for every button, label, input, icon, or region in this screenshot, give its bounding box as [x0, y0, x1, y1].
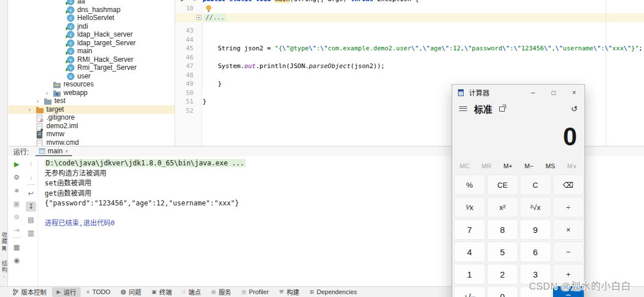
- calc-key-%[interactable]: %: [454, 175, 485, 195]
- tree-item-user[interactable]: cuser: [9, 72, 175, 81]
- calc-key-+/−[interactable]: +/−: [454, 286, 485, 297]
- folded-code-placeholder[interactable]: //...: [204, 14, 226, 22]
- calc-key-x²[interactable]: x²: [487, 197, 519, 217]
- memory-button-M−[interactable]: M−: [524, 163, 534, 170]
- calc-key-7[interactable]: 7: [454, 219, 485, 240]
- down-icon[interactable]: ↓: [26, 172, 36, 183]
- bottom-tab-dependencies[interactable]: ⊞Dependencies: [305, 287, 362, 297]
- calc-key-=[interactable]: =: [553, 286, 584, 297]
- calc-key-+[interactable]: +: [553, 264, 584, 284]
- bottom-tab-services[interactable]: ◎服务: [207, 287, 236, 297]
- stop-icon[interactable]: ■: [11, 185, 22, 196]
- tree-item-mvnw.cmd[interactable]: mvnw.cmd: [9, 138, 175, 146]
- bottom-tab-branch[interactable]: 版本控制: [8, 287, 51, 297]
- calc-key-⌫[interactable]: ⌫: [553, 175, 584, 195]
- run-gutter-icon[interactable]: [181, 0, 185, 2]
- calc-key-5[interactable]: 5: [487, 241, 519, 262]
- tree-item-RMI_Hack_Server[interactable]: cRMI_Hack_Server: [9, 56, 175, 64]
- memory-button-MS[interactable]: MS: [546, 163, 555, 170]
- problems-icon: !: [121, 290, 126, 295]
- bottom-tab-todo[interactable]: ≡TODO: [82, 287, 115, 297]
- tree-item-aa[interactable]: caa: [9, 0, 175, 6]
- calc-key-9[interactable]: 9: [520, 219, 551, 240]
- minimize-button[interactable]: –: [523, 85, 543, 100]
- tree-item-jndi[interactable]: cjndi: [9, 22, 175, 31]
- line-number: 49: [186, 80, 193, 88]
- line-number: 45: [186, 44, 193, 53]
- coverage-icon[interactable]: ⊚: [11, 212, 22, 222]
- tree-item-label: mvnw.cmd: [46, 138, 79, 146]
- fold-expand-icon[interactable]: +: [196, 15, 202, 20]
- calc-key-1[interactable]: 1: [454, 264, 485, 284]
- tree-item-ldap_target_Server[interactable]: cldap_target_Server: [9, 39, 175, 47]
- tree-item-webapp[interactable]: ›webapp: [9, 89, 175, 97]
- bottom-tab-label: 端点: [188, 287, 201, 296]
- history-icon[interactable]: ↺: [571, 104, 578, 113]
- calc-key-8[interactable]: 8: [487, 219, 519, 240]
- tree-item-Rmi_Target_Server[interactable]: cRmi_Target_Server: [9, 64, 175, 72]
- tree-item-mvnw[interactable]: mvnw: [9, 130, 175, 138]
- calc-key-−[interactable]: −: [553, 241, 584, 262]
- calc-key-¹⁄x[interactable]: ¹⁄x: [454, 197, 485, 217]
- close-button[interactable]: ×: [564, 85, 584, 100]
- bottom-tab-profiler[interactable]: ◷Profiler: [237, 287, 274, 297]
- layout-icon[interactable]: ▦: [11, 242, 22, 252]
- calc-key-6[interactable]: 6: [520, 241, 551, 262]
- settings-icon[interactable]: ⚙: [11, 172, 22, 183]
- tree-item-dns_hashmap[interactable]: cdns_hashmap: [9, 6, 175, 14]
- pin-icon[interactable]: ◉: [11, 255, 22, 266]
- calc-key-.[interactable]: .: [520, 286, 551, 297]
- tree-item-label: mvnw: [46, 130, 64, 138]
- tree-item-demo2.iml[interactable]: demo2.iml: [9, 122, 175, 130]
- tree-item-ldap_Hack_server[interactable]: cldap_Hack_server: [9, 30, 175, 39]
- print-icon[interactable]: ▤: [26, 215, 36, 225]
- bottom-tab-problems[interactable]: !问题: [116, 287, 146, 297]
- maximize-button[interactable]: □: [543, 85, 564, 100]
- tree-item-test[interactable]: ›test: [9, 97, 175, 105]
- calc-key-2[interactable]: 2: [487, 264, 519, 284]
- screenshot-icon[interactable]: ▣: [11, 199, 22, 209]
- softwrap-icon[interactable]: ↩: [26, 188, 36, 199]
- tree-item-main[interactable]: cmain: [9, 47, 175, 56]
- tree-item-resources[interactable]: resources: [9, 80, 175, 89]
- tree-item-HelloServlet[interactable]: cHelloServlet: [9, 14, 175, 22]
- rerun-icon[interactable]: ▶: [11, 159, 22, 169]
- bottom-tab-label: Dependencies: [317, 288, 357, 295]
- bottom-tab-terminal[interactable]: ▣终端: [147, 287, 177, 297]
- calculator-titlebar[interactable]: 计算器 – □ ×: [452, 85, 584, 100]
- run-tab-main[interactable]: main ×: [35, 146, 72, 156]
- up-icon[interactable]: ↑: [26, 159, 36, 169]
- chevron-right-icon[interactable]: ›: [37, 97, 39, 105]
- calc-key-×[interactable]: ×: [553, 219, 584, 240]
- folder-icon: [53, 83, 61, 88]
- calc-key-C[interactable]: C: [520, 175, 551, 195]
- calc-key-0[interactable]: 0: [487, 286, 519, 297]
- scrollend-icon[interactable]: ↧: [26, 201, 36, 212]
- toolwindow-tab-structure[interactable]: 结构 ∴: [0, 260, 8, 279]
- calc-key-²√x[interactable]: ²√x: [520, 197, 551, 217]
- close-tab-icon[interactable]: ×: [65, 148, 68, 155]
- calc-key-4[interactable]: 4: [454, 241, 485, 262]
- bottom-tab-endpoints[interactable]: ∷端点: [177, 287, 206, 297]
- line-number: 43: [186, 26, 193, 35]
- calculator-window[interactable]: 计算器 – □ × 标准 ↺ 0 MCMRM+M−MSM∨ %CEC⌫¹⁄xx²…: [452, 84, 585, 297]
- intention-bulb-icon[interactable]: [206, 5, 211, 10]
- calc-key-CE[interactable]: CE: [487, 175, 519, 195]
- memory-row: MCMRM+M−MSM∨: [452, 163, 584, 170]
- tree-item-target[interactable]: ›target: [9, 105, 175, 114]
- tree-item-.gitignore[interactable]: .gitignore: [9, 113, 175, 122]
- chevron-right-icon[interactable]: ›: [29, 105, 31, 114]
- hamburger-menu-icon[interactable]: [459, 106, 467, 112]
- bottom-tab-build[interactable]: ⚒构建: [275, 287, 304, 297]
- console-line: D:\code\java\jdkver\jdk1.8.0_65\bin\java…: [45, 159, 246, 168]
- toolwindow-tab-favorites[interactable]: 收藏: [0, 232, 8, 251]
- memory-button-M+[interactable]: M+: [504, 163, 513, 170]
- calc-key-3[interactable]: 3: [520, 264, 551, 284]
- bottom-tab-play[interactable]: ▶运行: [52, 287, 81, 297]
- exit-icon[interactable]: ⇥: [11, 225, 22, 235]
- calc-key-÷[interactable]: ÷: [553, 197, 584, 217]
- keep-on-top-icon[interactable]: [499, 106, 505, 112]
- clear-icon[interactable]: ▥: [26, 228, 36, 238]
- calculator-title: 计算器: [469, 88, 523, 97]
- chevron-right-icon[interactable]: ›: [46, 89, 48, 97]
